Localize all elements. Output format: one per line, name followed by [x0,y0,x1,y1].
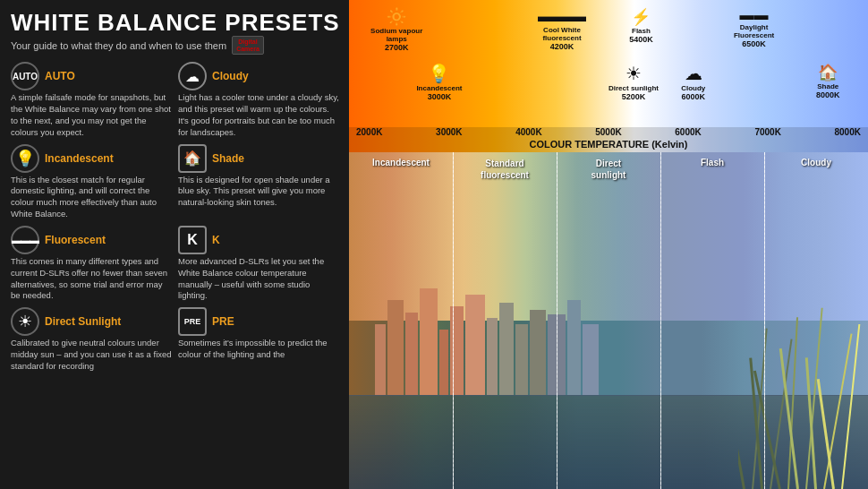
temp-cool-white: ▬▬▬ Cool White fluorescent 4200K [531,7,593,51]
sunlight-desc: Calibrated to give neutral colours under… [11,338,173,372]
building-5 [439,330,448,394]
sodium-label: Sodium vapour lamps [370,27,423,43]
grass-12 [841,324,860,489]
building-13 [567,300,581,394]
preset-direct-sunlight: ☀ Direct Sunlight Calibrated to give neu… [11,307,173,372]
main-title: WHITE BALANCE PRESETS [11,11,340,34]
cloudy-name: Cloudy [212,70,249,82]
direct-sun-label: Direct sunlight [608,84,659,92]
temp-direct-sun: ☀ Direct sunlight 5200K [608,63,659,101]
preset-shade: 🏠 Shade This is designed for open shade … [178,144,340,220]
photo-section: Incandescent Standardfluorescent Directs… [349,152,868,489]
label-standard-fluor: Standardfluorescent [481,158,529,181]
incandescent-temp-kelvin: 3000K [428,92,452,101]
flash-label: Flash [632,27,651,35]
fluorescent-icon: ▬▬▬ [11,226,39,254]
logo-badge: Digital Camera [232,36,264,55]
preset-fluorescent: ▬▬▬ Fluorescent This comes in many diffe… [11,226,173,302]
building-6 [450,306,464,395]
kelvin-labels: 2000K 3000K 4000K 5000K 6000K 7000K 8000… [349,127,868,139]
incandescent-name: Incandescent [45,152,114,165]
kelvin-scale-bar: 2000K 3000K 4000K 5000K 6000K 7000K 8000… [349,127,868,152]
preset-fluorescent-header: ▬▬▬ Fluorescent [11,226,173,254]
preset-pre-header: PRE PRE [178,307,340,336]
auto-desc: A simple failsafe mode for snapshots, bu… [11,92,173,138]
pre-desc: Sometimes it's impossible to predict the… [178,338,340,361]
subtitle: Your guide to what they do and when to u… [11,36,340,55]
pre-name: PRE [212,315,234,328]
presets-grid: AUTO AUTO A simple failsafe mode for sna… [11,62,340,372]
temp-daylight-fluor: ▬▬ Daylight Fluorescent 6500K [723,7,786,48]
buildings-layer [375,277,738,395]
flash-kelvin: 5400K [629,35,653,44]
building-2 [387,300,404,394]
shade-desc: This is designed for open shade under a … [178,175,340,209]
k-3000: 3000K [436,127,462,137]
auto-name: AUTO [45,70,75,82]
incandescent-icon: 💡 [11,144,39,173]
shade-temp-icon: 🏠 [818,63,838,82]
building-14 [583,324,599,395]
cool-white-icon: ▬▬▬ [538,7,586,26]
cool-white-label: Cool White fluorescent [531,26,593,42]
building-4 [420,288,438,394]
k-icon: K [178,226,207,254]
incandescent-temp-icon: 💡 [428,63,450,84]
cloudy-temp-kelvin: 6000K [681,92,705,101]
incandescent-desc: This is the closest match for regular do… [11,175,173,220]
grass-10 [823,334,853,489]
incandescent-temp-label: Incandescent [416,84,462,92]
building-7 [465,295,485,395]
sodium-kelvin: 2700K [385,43,409,52]
right-panel: 🔆 Sodium vapour lamps 2700K ▬▬▬ Cool Whi… [349,0,868,489]
temp-incandescent: 💡 Incandescent 3000K [416,63,462,101]
preset-k: K K More advanced D-SLRs let you set the… [178,226,340,302]
k-8000: 8000K [834,127,860,137]
cloudy-icon: ☁ [178,62,207,90]
k-5000: 5000K [595,127,621,137]
flash-icon: ⚡ [631,7,651,27]
building-8 [487,318,498,395]
temp-flash: ⚡ Flash 5400K [629,7,653,44]
colour-temperature-title: COLOUR TEMPERATURE (Kelvin) [349,139,868,152]
cloudy-temp-icon: ☁ [685,63,702,84]
k-4000: 4000K [515,127,541,137]
temp-sodium: 🔆 Sodium vapour lamps 2700K [370,7,423,52]
building-12 [548,314,566,394]
label-direct-sunlight: Directsunlight [591,158,626,181]
cloudy-temp-label: Cloudy [681,84,705,92]
preset-cloudy: ☁ Cloudy Light has a cooler tone under a… [178,62,340,138]
shade-name: Shade [212,152,244,165]
cool-white-kelvin: 4200K [550,42,574,51]
shade-temp-kelvin: 8000K [816,90,840,99]
building-11 [530,310,546,395]
harbor-scene: Incandescent Standardfluorescent Directs… [349,152,868,489]
preset-shade-header: 🏠 Shade [178,144,340,173]
temp-shade: 🏠 Shade 8000K [816,63,840,99]
building-10 [515,324,528,395]
sunlight-icon: ☀ [11,307,39,336]
left-panel: WHITE BALANCE PRESETS Your guide to what… [0,0,349,489]
pre-icon: PRE [178,307,207,336]
preset-k-header: K K [178,226,340,254]
shade-temp-label: Shade [817,82,838,90]
preset-auto: AUTO AUTO A simple failsafe mode for sna… [11,62,173,138]
k-desc: More advanced D-SLRs let you set the Whi… [178,256,340,302]
label-incandescent: Incandescent [372,158,430,167]
building-1 [375,324,386,395]
daylight-fluor-label: Daylight Fluorescent [723,23,786,39]
direct-sun-icon: ☀ [625,63,642,84]
temp-cloudy: ☁ Cloudy 6000K [681,63,705,101]
k-2000: 2000K [356,127,382,137]
building-9 [499,303,514,395]
preset-incandescent-header: 💡 Incandescent [11,144,173,173]
grass-layer [738,287,868,489]
fluorescent-desc: This comes in many different types and c… [11,256,173,302]
label-cloudy: Cloudy [801,158,831,167]
daylight-fluor-icon: ▬▬ [740,7,769,23]
grass-1 [738,349,745,489]
temperature-section: 🔆 Sodium vapour lamps 2700K ▬▬▬ Cool Whi… [349,0,868,152]
preset-auto-header: AUTO AUTO [11,62,173,90]
preset-incandescent: 💡 Incandescent This is the closest match… [11,144,173,220]
fluorescent-name: Fluorescent [45,234,106,246]
